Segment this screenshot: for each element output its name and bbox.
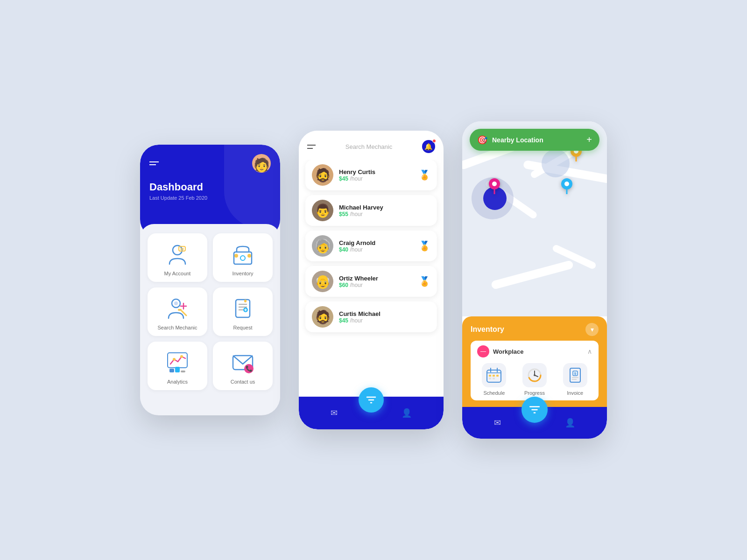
phone-search-mechanic: Search Mechanic 🔔 🧔 Henry Curtis $45 /ho… <box>299 131 444 429</box>
request-icon <box>230 296 255 321</box>
svg-text:📞: 📞 <box>246 365 253 372</box>
svg-point-21 <box>173 358 176 361</box>
workplace-title: Workplace <box>493 348 524 355</box>
plus-icon: + <box>586 134 592 145</box>
svg-rect-20 <box>168 353 187 368</box>
wp-item-invoice[interactable]: $ Invoice <box>563 363 587 396</box>
map-area[interactable]: 🎯 Nearby Location + <box>462 121 607 316</box>
dashboard-subtitle: Last Update 25 Feb 2020 <box>149 195 271 201</box>
svg-rect-12 <box>236 300 250 317</box>
svg-rect-40 <box>493 375 495 377</box>
mechanic-rate-2: $40 /hour <box>339 246 413 253</box>
mechanic-card-2[interactable]: 🧓 Craig Arnold $40 /hour 🏅 <box>305 231 437 261</box>
mechanic-name-0: Henry Curtis <box>339 168 413 175</box>
messages-icon-3[interactable]: ✉ <box>494 418 501 428</box>
mechanic-avatar-0: 🧔 <box>312 164 333 186</box>
bottom-nav-2: ✉ 👤 <box>299 397 444 429</box>
map-pin-blue[interactable] <box>560 177 573 197</box>
notification-dot <box>432 139 436 143</box>
avatar[interactable]: 🧑 <box>252 154 271 173</box>
svg-rect-19 <box>244 300 247 302</box>
workplace-header: — Workplace ∧ <box>477 345 592 357</box>
mechanic-info-2: Craig Arnold $40 /hour <box>339 239 413 253</box>
workplace-icon: — <box>477 345 489 357</box>
mechanic-avatar-1: 👨 <box>312 200 333 221</box>
mechanic-avatar-4: 🧔 <box>312 306 333 328</box>
svg-rect-24 <box>175 367 180 372</box>
workplace-items: Schedule Progr <box>477 363 592 396</box>
menu-grid: My Account Inventory <box>148 233 273 390</box>
search-mechanic-icon <box>165 296 190 321</box>
svg-rect-39 <box>489 375 491 377</box>
messages-icon[interactable]: ✉ <box>331 408 338 418</box>
filter-fab[interactable] <box>359 387 384 413</box>
menu-item-contact-us[interactable]: 📞 Contact us <box>213 342 273 390</box>
contact-us-label: Contact us <box>231 379 255 385</box>
menu-item-request[interactable]: Request <box>213 287 273 336</box>
notification-icon[interactable]: 🔔 <box>422 140 435 153</box>
svg-rect-4 <box>234 252 252 264</box>
wp-item-schedule[interactable]: Schedule <box>482 363 506 396</box>
map-circle-3 <box>542 149 570 177</box>
inventory-chevron[interactable]: ▾ <box>585 323 599 336</box>
svg-point-22 <box>180 355 183 358</box>
menu-item-analytics[interactable]: Analytics <box>148 342 207 390</box>
svg-rect-43 <box>493 378 495 379</box>
request-label: Request <box>233 325 253 330</box>
mechanic-badge-0: 🏅 <box>419 169 430 181</box>
svg-rect-41 <box>496 375 499 377</box>
invoice-icon: $ <box>563 363 587 387</box>
bottom-nav-3: ✉ 👤 <box>462 407 607 439</box>
mechanic-info-0: Henry Curtis $45 /hour <box>339 168 413 182</box>
mechanic-card-1[interactable]: 👨 Michael Harvey $55 /hour <box>305 195 437 226</box>
search-placeholder[interactable]: Search Mechanic <box>345 143 392 150</box>
workplace-left: — Workplace <box>477 345 524 357</box>
mechanic-rate-0: $45 /hour <box>339 175 413 182</box>
search-header: Search Mechanic 🔔 <box>299 131 444 160</box>
inventory-label: Inventory <box>232 271 253 276</box>
invoice-label: Invoice <box>567 390 583 396</box>
svg-rect-11 <box>178 309 182 311</box>
mechanic-name-4: Curtis Michael <box>339 310 425 317</box>
mechanic-card-3[interactable]: 👴 Ortiz Wheeler $60 /hour 🏅 <box>305 266 437 297</box>
svg-point-34 <box>564 182 569 186</box>
profile-icon[interactable]: 👤 <box>402 408 412 418</box>
svg-rect-23 <box>169 369 174 372</box>
dashboard-title: Dashboard <box>149 181 271 193</box>
schedule-label: Schedule <box>483 390 505 396</box>
location-icon: 🎯 <box>477 135 487 145</box>
mechanic-rate-1: $55 /hour <box>339 211 425 217</box>
phone-map: 🎯 Nearby Location + Inventory ▾ <box>462 121 607 439</box>
inventory-panel-title: Inventory <box>471 325 504 334</box>
menu-item-search-mechanic[interactable]: Search Mechanic <box>148 287 207 336</box>
mechanic-name-1: Michael Harvey <box>339 204 425 211</box>
mechanic-name-2: Craig Arnold <box>339 239 413 246</box>
menu-item-my-account[interactable]: My Account <box>148 233 207 282</box>
mechanic-info-3: Ortiz Wheeler $60 /hour <box>339 275 413 288</box>
mechanic-card-4[interactable]: 🧔 Curtis Michael $45 /hour <box>305 301 437 332</box>
workplace-chevron[interactable]: ∧ <box>587 348 592 355</box>
workplace-section: — Workplace ∧ <box>471 341 599 400</box>
svg-point-6 <box>234 254 238 258</box>
analytics-label: Analytics <box>167 379 188 385</box>
svg-point-7 <box>247 254 251 258</box>
mechanic-rate-4: $45 /hour <box>339 317 425 324</box>
map-pin-pink[interactable] <box>488 177 501 197</box>
nearby-location-button[interactable]: 🎯 Nearby Location + <box>470 129 599 151</box>
inventory-icon <box>230 242 255 267</box>
contact-icon: 📞 <box>230 350 255 375</box>
profile-icon-3[interactable]: 👤 <box>565 418 575 428</box>
menu-item-inventory[interactable]: Inventory <box>213 233 273 282</box>
menu-icon[interactable] <box>149 161 159 165</box>
filter-fab-3[interactable] <box>521 397 548 423</box>
phone-dashboard: 🧑 Dashboard Last Update 25 Feb 2020 M <box>140 145 280 415</box>
analytics-icon <box>165 350 190 375</box>
inventory-panel-header: Inventory ▾ <box>471 323 599 336</box>
svg-text:$: $ <box>574 371 576 376</box>
mechanic-name-3: Ortiz Wheeler <box>339 275 413 282</box>
mechanic-info-1: Michael Harvey $55 /hour <box>339 204 425 217</box>
wp-item-progress[interactable]: Progress <box>522 363 547 396</box>
mechanic-info-4: Curtis Michael $45 /hour <box>339 310 425 324</box>
mechanic-card-0[interactable]: 🧔 Henry Curtis $45 /hour 🏅 <box>305 160 437 190</box>
nearby-label: Nearby Location <box>492 136 543 144</box>
